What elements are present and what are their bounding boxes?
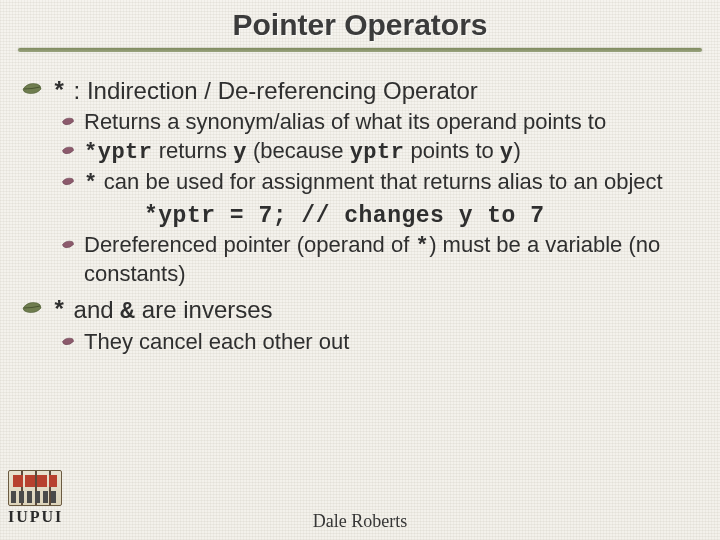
footer-author: Dale Roberts: [0, 511, 720, 532]
item-text: Dereferenced pointer (operand of *) must…: [84, 232, 660, 286]
list-item: *yptr returns y (because yptr points to …: [62, 138, 698, 167]
bullet-level1: * : Indirection / De-referencing Operato…: [22, 76, 698, 107]
code-line: *yptr = 7; // changes y to 7: [84, 200, 698, 230]
item-text: They cancel each other out: [84, 329, 349, 354]
list-item: They cancel each other out: [62, 329, 698, 356]
sublist: Returns a synonym/alias of what its oper…: [22, 109, 698, 287]
leaf-icon: [62, 146, 74, 155]
item-text: *yptr returns y (because yptr points to …: [84, 138, 521, 163]
section-heading-text: : Indirection / De-referencing Operator: [67, 77, 478, 104]
page-title: Pointer Operators: [232, 8, 487, 42]
leaf-icon: [62, 117, 74, 126]
section-heading-text: and & are inverses: [67, 296, 273, 323]
item-text: * can be used for assignment that return…: [84, 169, 663, 194]
list-item: * can be used for assignment that return…: [62, 169, 698, 230]
item-text: Returns a synonym/alias of what its oper…: [84, 109, 606, 134]
list-item: Dereferenced pointer (operand of *) must…: [62, 232, 698, 288]
leaf-icon: [22, 82, 42, 96]
logo-image: [8, 470, 62, 506]
operator-symbol: *: [52, 298, 67, 325]
bullet-level1: * and & are inverses: [22, 295, 698, 326]
slide-body: * : Indirection / De-referencing Operato…: [0, 52, 720, 356]
sublist: They cancel each other out: [22, 329, 698, 356]
list-item: Returns a synonym/alias of what its oper…: [62, 109, 698, 136]
operator-symbol: *: [52, 79, 67, 106]
leaf-icon: [62, 337, 74, 346]
leaf-icon: [22, 301, 42, 315]
leaf-icon: [62, 177, 74, 186]
leaf-icon: [62, 240, 74, 249]
